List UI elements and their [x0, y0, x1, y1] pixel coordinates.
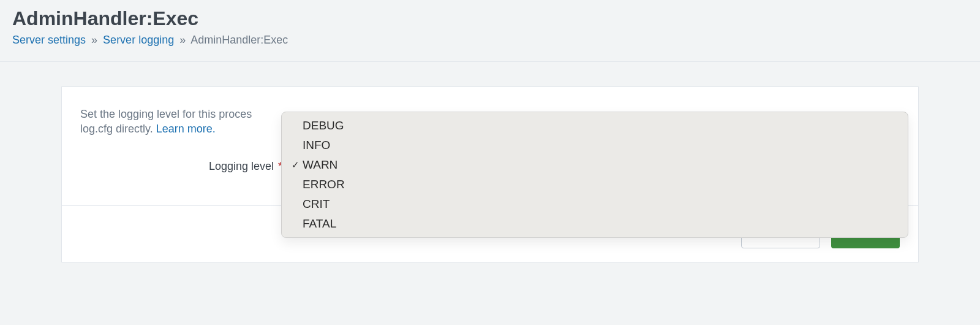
desc-line2-prefix: log.cfg directly.	[80, 123, 156, 135]
dropdown-option-debug[interactable]: DEBUG	[282, 116, 908, 136]
dropdown-option-info[interactable]: INFO	[282, 136, 908, 155]
breadcrumb-current: AdminHandler:Exec	[190, 34, 288, 46]
breadcrumb-separator: »	[179, 34, 186, 46]
dropdown-option-warn[interactable]: ✓ WARN	[282, 155, 908, 175]
dropdown-option-fatal[interactable]: FATAL	[282, 214, 908, 234]
option-label: INFO	[303, 139, 330, 152]
dropdown-option-error[interactable]: ERROR	[282, 175, 908, 194]
option-label: WARN	[303, 158, 337, 172]
page-title: AdminHandler:Exec	[12, 7, 968, 30]
option-label: ERROR	[303, 178, 345, 191]
checkmark-icon: ✓	[288, 159, 303, 170]
breadcrumb-separator: »	[91, 34, 97, 46]
logging-level-label: Logging level *	[80, 160, 282, 173]
breadcrumb-link-server-logging[interactable]: Server logging	[103, 34, 174, 46]
option-label: CRIT	[303, 197, 330, 211]
label-text: Logging level	[209, 160, 274, 172]
dropdown-option-crit[interactable]: CRIT	[282, 194, 908, 214]
page-header: AdminHandler:Exec Server settings » Serv…	[0, 0, 980, 62]
breadcrumb: Server settings » Server logging » Admin…	[12, 34, 968, 47]
logging-level-dropdown[interactable]: DEBUG INFO ✓ WARN ERROR CRIT FATAL	[281, 112, 908, 238]
option-label: DEBUG	[303, 119, 344, 132]
desc-line1: Set the logging level for this proces	[80, 108, 252, 120]
learn-more-link[interactable]: Learn more.	[156, 123, 216, 135]
breadcrumb-link-server-settings[interactable]: Server settings	[12, 34, 86, 46]
option-label: FATAL	[303, 217, 336, 231]
